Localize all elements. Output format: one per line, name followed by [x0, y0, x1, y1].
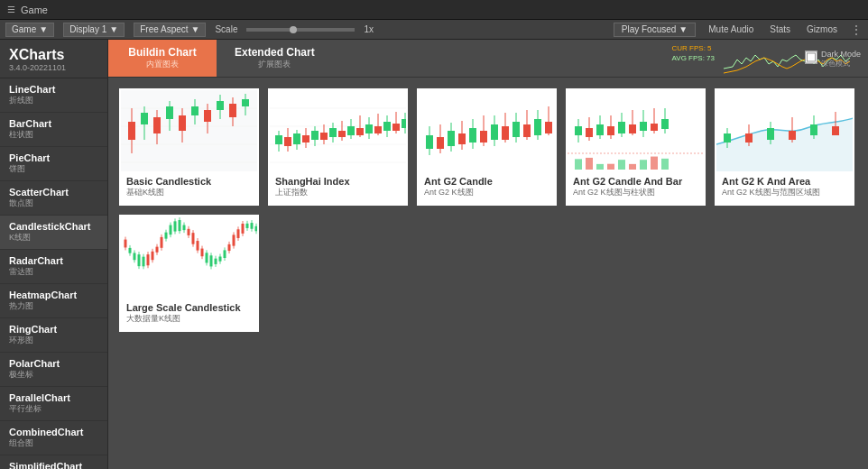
sidebar-item-parallelchart[interactable]: ParallelChart 平行坐标	[0, 387, 107, 421]
svg-rect-96	[618, 122, 625, 133]
tab-buildin-title: Buildin Chart	[128, 46, 196, 59]
chart-card-4[interactable]: Ant G2 K And Area Ant G2 K线图与范围区域图	[715, 88, 854, 206]
dark-mode-checkbox[interactable]	[805, 51, 817, 64]
svg-rect-155	[197, 241, 199, 251]
chart-card-0[interactable]: Basic Candlestick 基础K线图	[119, 88, 259, 206]
svg-rect-93	[607, 126, 614, 135]
svg-rect-167	[224, 250, 226, 258]
sidebar-item-piechart[interactable]: PieChart 饼图	[0, 147, 107, 181]
sidebar-item-sub: 雷达图	[9, 266, 98, 278]
sidebar-item-name: CandlestickChart	[9, 221, 98, 232]
svg-rect-49	[365, 124, 373, 133]
tab-extended[interactable]: Extended Chart 扩展图表	[217, 40, 333, 77]
svg-rect-161	[210, 255, 213, 266]
chart-card-1[interactable]: ShangHai Index 上证指数	[268, 88, 408, 206]
sidebar-title: XCharts	[9, 47, 98, 63]
chart-preview	[121, 90, 257, 171]
sidebar-item-barchart[interactable]: BarChart 柱状图	[0, 113, 107, 147]
chart-name: Large Scale Candlestick	[126, 302, 252, 313]
chart-preview	[270, 90, 406, 171]
sidebar-item-heatmapchart[interactable]: HeatmapChart 热力图	[0, 284, 107, 318]
svg-rect-71	[491, 124, 498, 140]
svg-rect-51	[374, 126, 382, 133]
svg-rect-175	[242, 224, 245, 234]
svg-rect-69	[480, 131, 487, 143]
aspect-dropdown[interactable]: Free Aspect ▼	[134, 23, 206, 37]
chart-info: ShangHai Index 上证指数	[270, 171, 406, 204]
svg-rect-77	[523, 124, 531, 137]
chart-preview	[716, 90, 853, 171]
chart-preview	[419, 90, 555, 171]
svg-rect-88	[586, 158, 593, 170]
svg-rect-102	[640, 122, 647, 131]
svg-rect-35	[302, 135, 309, 143]
sidebar-item-name: CombinedChart	[9, 427, 98, 437]
sidebar-item-linechart[interactable]: LineChart 折线图	[0, 78, 107, 113]
svg-rect-169	[228, 244, 231, 251]
sidebar-item-simplifiedchart[interactable]: SimplifiedChart	[0, 455, 107, 469]
mute-audio-button[interactable]: Mute Audio	[705, 23, 757, 35]
stats-button[interactable]: Stats	[766, 23, 794, 35]
tab-buildin[interactable]: Buildin Chart 内置图表	[108, 40, 217, 77]
chart-info: Ant G2 K And Area Ant G2 K线图与范围区域图	[716, 171, 853, 204]
dark-mode-label: Dark Mode	[821, 49, 861, 58]
content-area: Buildin Chart 内置图表 Extended Chart 扩展图表 C…	[108, 40, 868, 469]
sidebar-item-sub: 饼图	[9, 163, 98, 175]
svg-rect-100	[629, 164, 636, 170]
sidebar-item-radarchart[interactable]: RadarChart 雷达图	[0, 250, 107, 284]
chart-name-cn: 上证指数	[275, 187, 401, 198]
svg-rect-41	[329, 128, 337, 137]
svg-rect-17	[204, 110, 211, 122]
sidebar-item-name: ScatterChart	[9, 187, 98, 198]
sidebar-item-sub: 散点图	[9, 198, 98, 209]
chart-card-5[interactable]: Large Scale Candlestick 大数据量K线图	[119, 215, 259, 332]
svg-rect-137	[156, 247, 159, 253]
svg-rect-179	[251, 223, 254, 229]
svg-rect-67	[469, 128, 476, 143]
dark-mode-toggle[interactable]: Dark Mode 深色模式	[805, 49, 861, 68]
scale-slider[interactable]	[246, 28, 355, 32]
svg-rect-99	[629, 124, 636, 133]
sidebar-item-combinedchart[interactable]: CombinedChart 组合图	[0, 421, 107, 455]
svg-rect-106	[651, 157, 658, 170]
chart-info: Large Scale Candlestick 大数据量K线图	[121, 298, 257, 330]
svg-rect-59	[426, 135, 433, 149]
chart-name: Ant G2 Candle	[424, 176, 549, 187]
svg-rect-87	[586, 128, 593, 137]
svg-rect-173	[237, 229, 240, 238]
sidebar-item-polarchart[interactable]: PolarChart 极坐标	[0, 353, 107, 387]
scale-value: 1x	[364, 24, 374, 34]
chart-card-2[interactable]: Ant G2 Candle Ant G2 K线图	[417, 88, 557, 206]
chart-name-cn: Ant G2 K线图与范围区域图	[722, 187, 847, 198]
svg-rect-111	[724, 133, 731, 143]
chart-card-3[interactable]: Ant G2 Candle And Bar Ant G2 K线图与柱状图	[566, 88, 706, 206]
game-dropdown[interactable]: Game ▼	[5, 23, 54, 37]
sidebar-item-scatterchart[interactable]: ScatterChart 散点图	[0, 181, 107, 216]
play-focused-button[interactable]: Play Focused ▼	[614, 23, 697, 37]
svg-rect-47	[356, 128, 364, 135]
svg-rect-108	[661, 119, 669, 129]
tab-bar: Buildin Chart 内置图表 Extended Chart 扩展图表 C…	[108, 40, 868, 78]
tab-buildin-sub: 内置图表	[146, 59, 179, 70]
chart-name-cn: Ant G2 K线图	[424, 187, 549, 198]
display-dropdown[interactable]: Display 1 ▼	[63, 23, 125, 37]
sidebar-item-ringchart[interactable]: RingChart 环形图	[0, 318, 107, 353]
sidebar-item-candlestickchart[interactable]: CandlestickChart K线图	[0, 216, 107, 250]
svg-rect-115	[767, 128, 774, 140]
svg-rect-13	[179, 115, 186, 131]
gizmos-button[interactable]: Gizmos	[803, 23, 841, 35]
sidebar-item-name: PieChart	[9, 152, 98, 163]
svg-rect-79	[534, 119, 541, 135]
svg-rect-5	[128, 122, 135, 140]
chevron-down-icon: ▼	[191, 24, 200, 34]
dark-mode-sub: 深色模式	[821, 58, 861, 68]
svg-rect-181	[255, 226, 258, 231]
svg-rect-147	[179, 220, 181, 231]
svg-rect-15	[191, 106, 199, 115]
more-options-icon[interactable]: ⋮	[850, 23, 863, 37]
fps-display: CUR FPS: 5 AVG FPS: 73	[672, 43, 715, 63]
svg-rect-19	[217, 101, 224, 110]
svg-rect-65	[458, 133, 466, 144]
sidebar-item-sub: 热力图	[9, 300, 98, 312]
svg-rect-157	[201, 249, 204, 257]
